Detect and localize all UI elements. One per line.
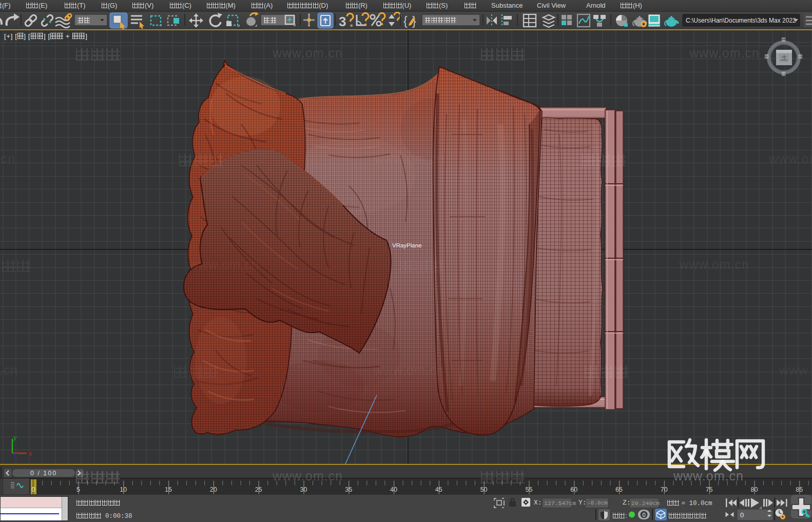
- svg-text:0: 0: [740, 511, 744, 519]
- svg-text:0: 0: [643, 512, 646, 518]
